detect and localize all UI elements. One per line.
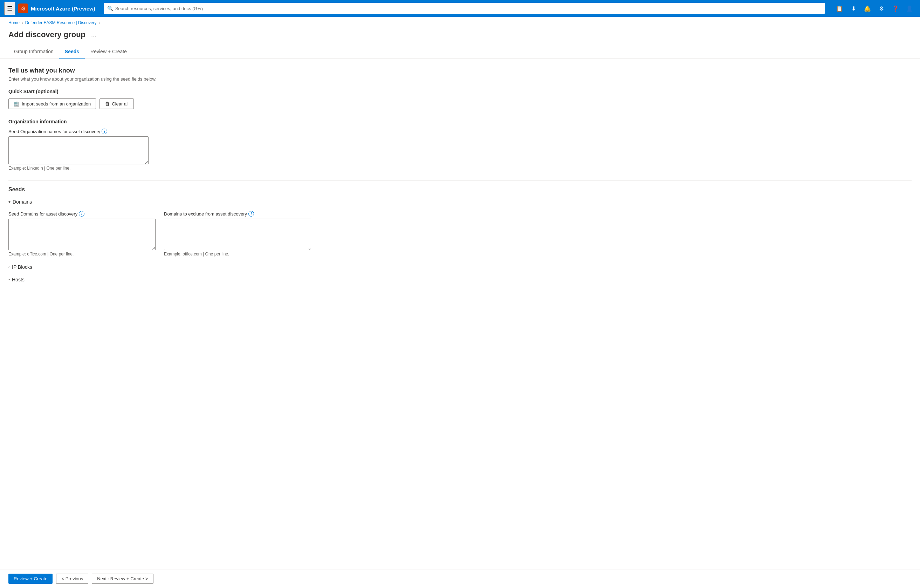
seeds-section: Seeds ▾ Domains Seed Domains for asset d… [8, 186, 912, 285]
org-info-section: Organization information Seed Organizati… [8, 119, 912, 171]
trash-icon: 🗑 [105, 101, 110, 107]
page-title: Add discovery group [8, 30, 86, 39]
notifications-button[interactable]: 🔔 [861, 2, 874, 15]
search-icon: 🔍 [107, 6, 113, 11]
page-more-button[interactable]: ... [89, 29, 99, 40]
domains-collapse-content: Seed Domains for asset discovery i Examp… [8, 207, 912, 259]
import-seeds-button[interactable]: 🏢 Import seeds from an organization [8, 99, 96, 109]
ip-blocks-chevron-icon: › [6, 266, 11, 268]
domains-label: Domains [13, 199, 32, 205]
main-content: Tell us what you know Enter what you kno… [0, 58, 920, 319]
ip-blocks-collapse-section: › IP Blocks [8, 262, 912, 272]
app-title: Microsoft Azure (Preview) [31, 6, 95, 11]
seed-org-hint: Example: LinkedIn | One per line. [8, 166, 912, 171]
settings-button[interactable]: ⚙ [875, 2, 888, 15]
topnav: ☰ ⚙ Microsoft Azure (Preview) 🔍 📋 ⬇ 🔔 ⚙ … [0, 0, 920, 17]
seed-domains-hint: Example: office.com | One per line. [8, 252, 155, 256]
profile-button[interactable]: 👤 [903, 2, 916, 15]
page-header: Add discovery group ... [0, 27, 920, 45]
tab-seeds[interactable]: Seeds [59, 45, 85, 58]
hosts-collapse-section: › Hosts [8, 275, 912, 285]
domain-fields-row: Seed Domains for asset discovery i Examp… [8, 211, 912, 256]
seeds-title: Seeds [8, 186, 912, 193]
hamburger-menu-button[interactable]: ☰ [4, 2, 15, 15]
breadcrumb: Home › Defender EASM Resource | Discover… [0, 17, 920, 27]
topnav-actions: 📋 ⬇ 🔔 ⚙ ❓ 👤 [833, 2, 916, 15]
help-button[interactable]: ❓ [889, 2, 902, 15]
breadcrumb-sep-2: › [99, 21, 100, 25]
ip-blocks-label: IP Blocks [12, 264, 32, 270]
hosts-label: Hosts [12, 277, 24, 282]
domains-chevron-icon: ▾ [8, 199, 11, 204]
quick-start-section: Quick Start (optional) 🏢 Import seeds fr… [8, 89, 912, 109]
app-icon: ⚙ [18, 3, 28, 13]
domains-collapse-section: ▾ Domains Seed Domains for asset discove… [8, 197, 912, 259]
download-button[interactable]: ⬇ [847, 2, 860, 15]
tab-group-information[interactable]: Group Information [8, 45, 59, 58]
ip-blocks-collapse-header[interactable]: › IP Blocks [8, 262, 912, 272]
search-input[interactable] [115, 6, 821, 11]
exclude-domains-textarea[interactable] [164, 219, 311, 250]
seed-org-textarea[interactable] [8, 136, 149, 164]
seed-org-info-icon: i [102, 129, 107, 134]
seed-domains-field: Seed Domains for asset discovery i Examp… [8, 211, 155, 256]
clear-all-label: Clear all [112, 101, 129, 107]
hosts-chevron-icon: › [6, 279, 11, 280]
tab-review-create[interactable]: Review + Create [85, 45, 133, 58]
seeds-heading: Tell us what you know [8, 67, 912, 74]
exclude-domains-field: Domains to exclude from asset discovery … [164, 211, 311, 256]
divider-1 [8, 180, 912, 181]
exclude-domains-info-icon: i [248, 211, 254, 217]
exclude-domains-hint: Example: office.com | One per line. [164, 252, 311, 256]
import-icon: 🏢 [14, 101, 19, 107]
search-bar: 🔍 [104, 3, 825, 14]
exclude-domains-label: Domains to exclude from asset discovery … [164, 211, 311, 217]
clear-all-button[interactable]: 🗑 Clear all [99, 99, 134, 109]
quick-start-buttons: 🏢 Import seeds from an organization 🗑 Cl… [8, 99, 912, 109]
seed-org-label: Seed Organization names for asset discov… [8, 129, 912, 134]
seed-domains-textarea[interactable] [8, 219, 155, 250]
seed-domains-info-icon: i [79, 211, 84, 217]
feedback-button[interactable]: 📋 [833, 2, 846, 15]
seed-domains-label: Seed Domains for asset discovery i [8, 211, 155, 217]
breadcrumb-sep-1: › [22, 21, 23, 25]
hosts-collapse-header[interactable]: › Hosts [8, 275, 912, 285]
breadcrumb-home[interactable]: Home [8, 20, 19, 25]
seeds-description: Enter what you know about your organizat… [8, 76, 912, 82]
domains-collapse-header[interactable]: ▾ Domains [8, 197, 912, 207]
import-seeds-label: Import seeds from an organization [22, 101, 91, 107]
org-info-title: Organization information [8, 119, 912, 125]
breadcrumb-defender[interactable]: Defender EASM Resource | Discovery [25, 20, 97, 25]
quick-start-title: Quick Start (optional) [8, 89, 912, 94]
wizard-tabs: Group Information Seeds Review + Create [0, 45, 920, 58]
